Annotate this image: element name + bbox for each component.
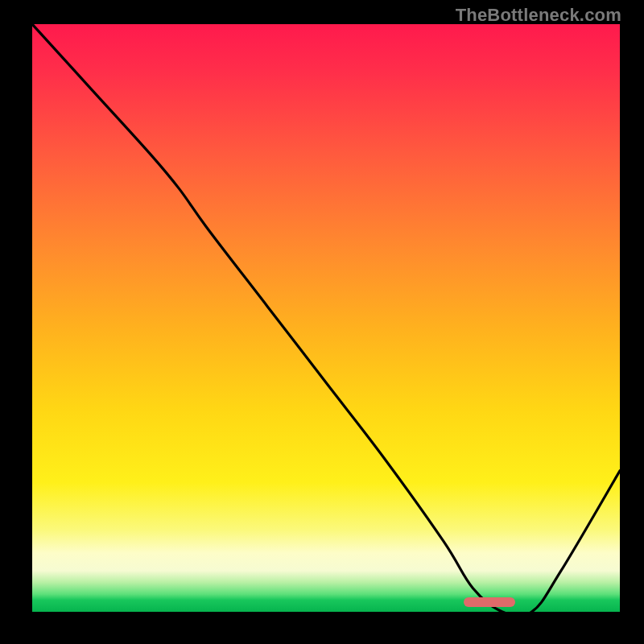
- chart-frame: TheBottleneck.com: [0, 0, 644, 644]
- optimal-range-marker: [464, 597, 515, 607]
- bottleneck-line: [32, 24, 620, 612]
- watermark-text: TheBottleneck.com: [456, 5, 621, 26]
- plot-area: [32, 24, 620, 612]
